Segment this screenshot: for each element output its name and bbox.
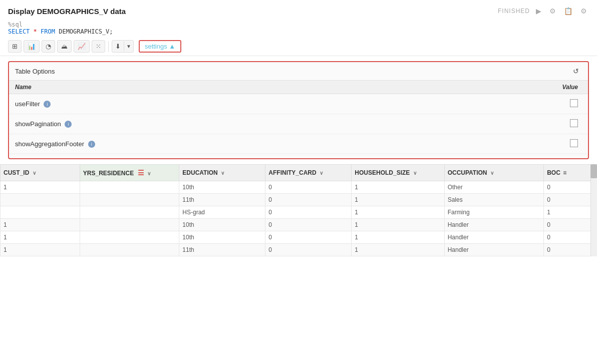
col-header-yrs-residence[interactable]: YRS_RESIDENCE ☰ ∨ [80,165,179,181]
cust-id-sort-icon: ∨ [33,170,36,176]
table-row: 11th 0 1 Sales 0 [1,194,597,206]
table-row: 1 10th 0 1 Other 0 [1,181,597,194]
table-row: 1 10th 0 1 Handler 0 [1,231,597,244]
table-row: 1 11th 0 1 Handler 0 [1,244,597,256]
table-row: 1 10th 0 1 Handler 0 [1,219,597,231]
checkbox-showpagination[interactable] [570,119,578,127]
boc-menu-icon: ≡ [563,169,566,176]
download-button[interactable]: ⬇ [112,41,124,52]
options-panel: Table Options ↺ Name Value useFilter i [8,61,589,159]
export-button[interactable]: 📋 [562,6,574,16]
options-row-showpagination: showPagination i [9,114,588,134]
stop-button[interactable]: ⚙ [547,6,558,16]
affinity-card-sort-icon: ∨ [320,170,323,176]
options-col-value: Value [414,81,588,94]
col-header-education[interactable]: EDUCATION ∨ [179,165,265,181]
occupation-sort-icon: ∨ [490,170,494,176]
option-name-usefilter: useFilter [15,100,40,108]
info-icon-usefilter: i [44,101,51,108]
toolbar-separator [108,41,109,52]
settings-button[interactable]: settings ▲ [139,40,181,53]
download-dropdown[interactable]: ⬇ ▼ [112,40,134,53]
yrs-residence-active-icon: ☰ [138,169,144,177]
info-icon-showpagination: i [65,121,72,128]
line-chart-button[interactable]: 📈 [74,40,90,53]
scatter-chart-button[interactable]: ⁙ [92,40,105,53]
options-panel-header: Table Options ↺ [9,62,588,80]
bar-chart-button[interactable]: 📊 [24,40,40,53]
header-actions: FINISHED ▶ ⚙ 📋 ⚙ [498,6,589,16]
col-header-household-size[interactable]: HOUSEHOLD_SIZE ∨ [352,165,444,181]
options-col-name: Name [9,81,414,94]
settings-icon-button[interactable]: ⚙ [578,6,589,16]
options-row-showaggregation: showAggregationFooter i [9,134,588,154]
run-button[interactable]: ▶ [534,6,543,16]
code-tag: %sql [8,21,589,28]
col-header-occupation[interactable]: OCCUPATION ∨ [444,165,544,181]
scrollbar-track[interactable] [590,164,597,256]
code-area: %sql SELECT * FROM DEMOGRAPHICS_V; [0,19,597,37]
options-table: Name Value useFilter i showPaginatio [9,80,588,154]
option-name-showaggregation: showAggregationFooter [15,140,84,148]
status-badge: FINISHED [498,8,530,15]
area-chart-button[interactable]: ⛰ [57,40,72,53]
option-name-showpagination: showPagination [15,120,61,128]
toolbar: ⊞ 📊 ◔ ⛰ 📈 ⁙ ⬇ ▼ settings ▲ [0,37,597,56]
pie-chart-button[interactable]: ◔ [42,40,55,53]
download-arrow[interactable]: ▼ [124,42,133,51]
col-header-boc[interactable]: BOC ≡ [544,165,597,181]
options-refresh-button[interactable]: ↺ [570,66,582,76]
page-title: Display DEMOGRAPHICS_V data [8,7,126,16]
yrs-residence-sort-icon: ∨ [147,171,151,176]
code-sql: SELECT * FROM DEMOGRAPHICS_V; [8,28,589,35]
options-row-usefilter: useFilter i [9,94,588,114]
checkbox-usefilter[interactable] [570,99,578,107]
info-icon-showaggregation: i [88,141,95,148]
options-panel-title: Table Options [15,68,55,75]
table-row: HS-grad 0 1 Farming 1 [1,206,597,219]
table-header-row: CUST_ID ∨ YRS_RESIDENCE ☰ ∨ EDUCATION ∨ [1,165,597,181]
col-header-cust-id[interactable]: CUST_ID ∨ [1,165,80,181]
col-header-affinity-card[interactable]: AFFINITY_CARD ∨ [265,165,352,181]
table-view-button[interactable]: ⊞ [8,40,22,53]
household-size-sort-icon: ∨ [413,170,417,176]
data-table-area: CUST_ID ∨ YRS_RESIDENCE ☰ ∨ EDUCATION ∨ [0,164,597,256]
checkbox-showaggregation[interactable] [570,139,578,147]
data-table-wrapper: CUST_ID ∨ YRS_RESIDENCE ☰ ∨ EDUCATION ∨ [0,164,597,256]
scrollbar-thumb[interactable] [590,164,597,178]
data-table: CUST_ID ∨ YRS_RESIDENCE ☰ ∨ EDUCATION ∨ [0,164,597,256]
education-sort-icon: ∨ [221,170,224,176]
